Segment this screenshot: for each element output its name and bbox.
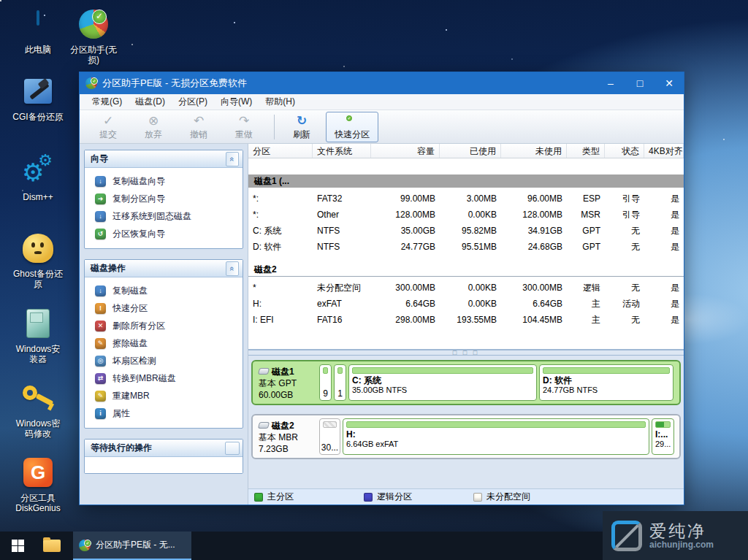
partition-sub: 24.77GB NTFS <box>543 386 670 395</box>
partition-sub: 35.00GB NTFS <box>352 386 533 395</box>
toolbar-separator <box>274 115 275 139</box>
partition-block-D: 软件[interactable]: D: 软件24.77GB NTFS <box>539 364 673 401</box>
column-header-1[interactable]: 文件系统 <box>313 144 371 158</box>
partition-sub: 1 <box>335 388 346 399</box>
cell-未使用: 6.64GB <box>501 299 567 309</box>
sidebar-item-属性[interactable]: i属性 <box>88 404 240 422</box>
partition-row[interactable]: H:exFAT6.64GB0.00KB6.64GB主活动是 <box>248 296 684 312</box>
sidebar-item-复制磁盘向导[interactable]: ↓复制磁盘向导 <box>88 172 240 190</box>
partition-row[interactable]: I: EFIFAT16298.00MB193.55MB104.45MB主无是 <box>248 312 684 328</box>
menu-item-4[interactable]: 帮助(H) <box>259 94 302 110</box>
partition-block-9[interactable]: 9 <box>319 364 332 401</box>
desktop: 此电脑分区助手(无 损)CGI备份还原⚙⚙Dism++Ghost备份还 原Win… <box>0 0 748 560</box>
legend-swatch <box>254 493 263 502</box>
desktop-icon-ghost-backup[interactable]: Ghost备份还 原 <box>4 230 72 289</box>
toolbar-button-refresh[interactable]: ↻刷新 <box>280 112 323 142</box>
watermark-title: 爱纯净 <box>649 522 714 540</box>
sidebar-item-复制磁盘[interactable]: ↓复制磁盘 <box>88 282 240 299</box>
partition-row[interactable]: C: 系统NTFS35.00GB95.82MB34.91GBGPT无是 <box>248 223 684 239</box>
column-header-0[interactable]: 分区 <box>248 144 313 158</box>
partition-block-I:...[interactable]: I:...29... <box>652 418 674 455</box>
desktop-icon-cgi-backup[interactable]: CGI备份还原 <box>4 73 72 122</box>
cell-4KB对齐: 是 <box>644 193 684 205</box>
table-header[interactable]: 分区文件系统容量已使用未使用类型状态4KB对齐 <box>248 144 684 158</box>
file-explorer-button[interactable] <box>35 532 69 560</box>
partition-block-1[interactable]: 1 <box>334 364 346 401</box>
sidebar-item-坏扇区检测[interactable]: ◎坏扇区检测 <box>88 352 240 369</box>
desktop-icon-diskgenius[interactable]: G分区工具 DiskGenius <box>4 454 72 513</box>
desktop-icon-password-key[interactable]: Windows密 码修改 <box>4 380 72 439</box>
sidebar-item-复制分区向导[interactable]: ➜复制分区向导 <box>88 190 240 207</box>
maximize-button[interactable]: □ <box>625 72 654 94</box>
desktop-icon-partition-assistant[interactable]: 分区助手(无 损) <box>60 6 127 65</box>
start-button[interactable] <box>0 532 35 560</box>
toolbar-button-quick-partition[interactable]: 快速分区 <box>326 112 378 142</box>
partition-block-H:[interactable]: H:6.64GB exFAT <box>343 418 649 455</box>
partition-usage-bar <box>337 367 343 374</box>
sidebar-item-icon: ↓ <box>95 211 106 222</box>
window-controls: – □ ✕ <box>596 72 684 94</box>
toolbar-button-undo[interactable]: ↶撤销 <box>178 112 220 142</box>
disk-group-title: 磁盘1 (... <box>254 175 289 188</box>
column-header-5[interactable]: 类型 <box>567 144 605 158</box>
disk-group-header-0[interactable]: 磁盘1 (... <box>248 174 684 188</box>
minimize-button[interactable]: – <box>596 72 625 94</box>
partition-row[interactable]: D: 软件NTFS24.77GB95.51MB24.68GBGPT无是 <box>248 239 684 255</box>
column-header-3[interactable]: 已使用 <box>440 144 501 158</box>
disk-group-header-1[interactable]: 磁盘2 <box>248 264 684 277</box>
cell-未使用: 96.00MB <box>501 193 567 204</box>
sidebar-item-擦除磁盘[interactable]: ✎擦除磁盘 <box>88 334 240 352</box>
partition-row[interactable]: *:Other128.00MB0.00KB128.00MBMSR引导是 <box>248 207 684 223</box>
menu-item-3[interactable]: 向导(W) <box>214 94 259 110</box>
cell-4KB对齐: 是 <box>644 298 684 310</box>
menu-item-2[interactable]: 分区(P) <box>172 94 214 110</box>
cell-类型: GPT <box>567 242 605 252</box>
legend-item-1: 逻辑分区 <box>364 491 468 503</box>
partition-block-30...[interactable]: 30... <box>319 418 340 455</box>
cell-已使用: 0.00KB <box>440 283 501 293</box>
disk-map-row-1[interactable]: 磁盘1基本 GPT60.00GB91C: 系统35.00GB NTFSD: 软件… <box>251 360 681 405</box>
cell-4KB对齐: 是 <box>644 225 684 237</box>
menu-item-0[interactable]: 常规(G) <box>85 94 129 110</box>
collapse-chevron-icon[interactable] <box>225 442 240 455</box>
close-button[interactable]: ✕ <box>654 72 684 94</box>
desktop-icon-windows-installer[interactable]: Windows安 装器 <box>4 305 72 364</box>
titlebar[interactable]: 分区助手PE版 - 无损分区免费软件 – □ ✕ <box>80 72 684 94</box>
app-icon <box>85 77 97 89</box>
column-header-6[interactable]: 状态 <box>605 144 644 158</box>
sidebar-item-重建MBR[interactable]: ✎重建MBR <box>88 387 240 404</box>
partition-block-C: 系统[interactable]: C: 系统35.00GB NTFS <box>348 364 537 401</box>
cell-已使用: 95.82MB <box>440 226 501 236</box>
sidebar-item-icon: i <box>95 408 106 419</box>
splitter-handle[interactable]: □ □ □ <box>248 350 684 356</box>
sidebar-item-迁移系统到固态磁盘[interactable]: ↓迁移系统到固态磁盘 <box>88 207 240 225</box>
disk-map-row-2[interactable]: 磁盘2基本 MBR7.23GB30...H:6.64GB exFATI:...2… <box>251 414 681 459</box>
sidebar-item-删除所有分区[interactable]: ✕删除所有分区 <box>88 317 240 334</box>
partition-label: D: 软件 <box>543 375 670 386</box>
toolbar-button-commit[interactable]: ✓提交 <box>87 112 129 142</box>
toolbar-button-discard[interactable]: ⊗放弃 <box>132 112 175 142</box>
cell-容量: 35.00GB <box>371 226 440 236</box>
sidebar-panel-title: 向导 <box>91 153 108 165</box>
column-header-7[interactable]: 4KB对齐 <box>644 144 684 158</box>
partition-usage-bar <box>655 421 671 428</box>
desktop-icon-dism[interactable]: ⚙⚙Dism++ <box>4 153 72 202</box>
menu-item-1[interactable]: 磁盘(D) <box>129 94 172 110</box>
sidebar-item-转换到MBR磁盘[interactable]: ⇄转换到MBR磁盘 <box>88 369 240 387</box>
sidebar-item-快速分区[interactable]: !快速分区 <box>88 299 240 317</box>
collapse-chevron-icon[interactable]: « <box>226 261 239 276</box>
splitter-dots: □ □ □ <box>453 350 479 355</box>
partition-row[interactable]: *未分配空间300.00MB0.00KB300.00MB逻辑无是 <box>248 280 684 296</box>
collapse-chevron-icon[interactable]: « <box>226 152 239 166</box>
column-header-4[interactable]: 未使用 <box>501 144 567 158</box>
toolbar-button-redo[interactable]: ↷重做 <box>223 112 265 142</box>
windows-logo-icon <box>12 540 24 552</box>
partition-row[interactable]: *:FAT3299.00MB3.00MB96.00MBESP引导是 <box>248 191 684 207</box>
taskbar-app-button[interactable]: 分区助手PE版 - 无... <box>73 532 191 560</box>
column-header-2[interactable]: 容量 <box>371 144 440 158</box>
legend-label: 主分区 <box>267 491 294 503</box>
partition-assistant-window: 分区助手PE版 - 无损分区免费软件 – □ ✕ 常规(G)磁盘(D)分区(P)… <box>79 72 684 505</box>
sidebar-item-分区恢复向导[interactable]: ↺分区恢复向导 <box>88 225 240 242</box>
desktop-icon-label: 分区助手(无 损) <box>60 45 127 65</box>
sidebar-item-label: 删除所有分区 <box>112 320 165 332</box>
